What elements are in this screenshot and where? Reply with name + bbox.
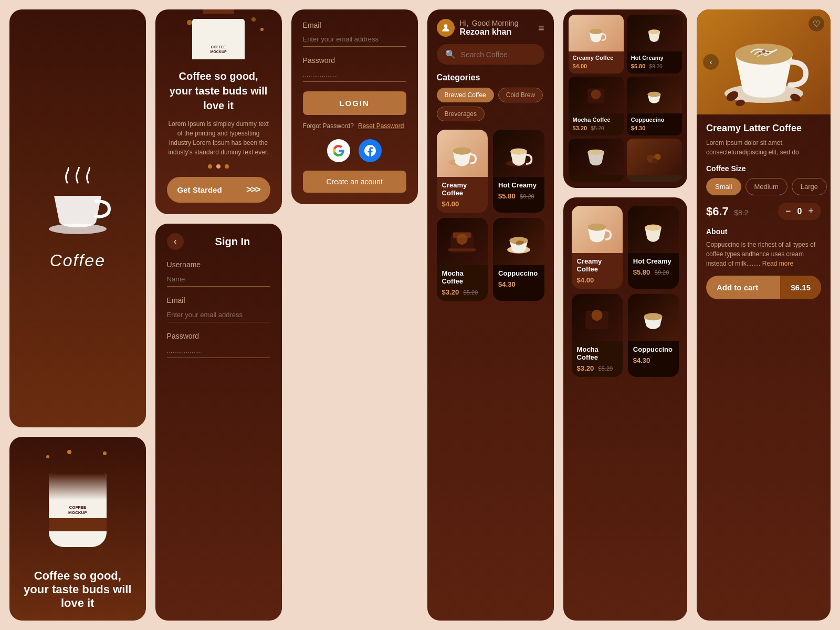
- product-name-mocha: Mocha Coffee: [442, 269, 483, 285]
- product-card-mocha[interactable]: Mocha Coffee $3.20 $5.20: [437, 218, 488, 301]
- quantity-increase-button[interactable]: +: [808, 206, 814, 217]
- mini-product-info-extra2: [627, 175, 682, 182]
- detail-old-price: $8.2: [734, 208, 748, 217]
- svg-rect-9: [448, 248, 476, 251]
- svg-point-3: [453, 148, 471, 155]
- signin-title: Sign In: [215, 236, 250, 248]
- app-name: Coffee: [50, 251, 106, 270]
- search-bar[interactable]: 🔍 Search Coffee: [437, 44, 544, 65]
- product-old-price-mocha: $5.20: [464, 289, 478, 296]
- mini-creamy-icon: [583, 20, 609, 46]
- create-account-button[interactable]: Create an acount: [303, 171, 406, 193]
- splash-screen-bottom: COFFEEMOCKUP Coffee so good, your taste …: [9, 437, 146, 621]
- email-input[interactable]: [167, 308, 270, 322]
- mini-product-info-coppuccino: Coppuccino $4.30: [627, 113, 682, 135]
- email-field-group: Email: [167, 296, 270, 322]
- top-products-grid: Creamy Coffee $4.00 Hot Creamy $5.80 $9.…: [569, 15, 682, 182]
- signin-card: ‹ Sign In Username Email Password: [155, 224, 282, 621]
- mini-product-extra1[interactable]: [569, 139, 624, 182]
- extended-hot-creamy-icon: [635, 211, 671, 248]
- extended-product-coppuccino[interactable]: Coppuccino $4.30: [628, 294, 679, 377]
- mini-product-info-extra1: [569, 175, 624, 182]
- google-icon: [333, 145, 344, 156]
- category-breverages[interactable]: Breverages: [437, 107, 485, 121]
- about-text: Coppuccino is the richest of all types o…: [706, 240, 821, 268]
- svg-point-28: [762, 50, 765, 53]
- dot-2: [216, 164, 220, 169]
- detail-favorite-button[interactable]: ♡: [808, 16, 824, 32]
- mini-product-mocha[interactable]: Mocha Coffee $3.20 $5.20: [569, 77, 624, 135]
- product-info-hot-creamy: Hot Creamy $5.80 $9.20: [493, 177, 544, 205]
- svg-point-17: [588, 150, 604, 155]
- mini-product-price-creamy: $4.00: [573, 63, 587, 69]
- extended-product-info-hot-creamy: Hot Creamy $5.80 $9.20: [628, 253, 679, 281]
- onboarding-image-area: COFFEEMOCKUP: [155, 9, 282, 59]
- product-price-creamy: $4.00: [442, 200, 459, 208]
- mini-product-coppuccino[interactable]: Coppuccino $4.30: [627, 77, 682, 135]
- extended-product-name-mocha: Mocha Coffee: [577, 345, 617, 361]
- username-input[interactable]: [167, 272, 270, 287]
- size-small-button[interactable]: Small: [706, 178, 741, 195]
- size-large-button[interactable]: Large: [792, 178, 827, 195]
- mini-product-hot-creamy[interactable]: Hot Creamy $5.80 $9.20: [627, 15, 682, 74]
- onboarding-content: Coffee so good, your taste buds will lov…: [155, 59, 282, 214]
- svg-point-25: [644, 313, 663, 320]
- menu-button[interactable]: ≡: [538, 22, 544, 34]
- extended-product-name-hot-creamy: Hot Creamy: [633, 257, 674, 265]
- svg-point-8: [457, 234, 468, 245]
- products-grid: Creamy Coffee $4.00 Hot: [437, 130, 544, 301]
- login-password-label: Password: [303, 56, 406, 65]
- product-card-hot-creamy[interactable]: Hot Creamy $5.80 $9.20: [493, 130, 544, 213]
- mini-product-name-creamy: Creamy Coffee: [573, 55, 620, 61]
- google-signin-button[interactable]: [327, 139, 350, 162]
- get-started-button[interactable]: Get Starded >>>: [167, 177, 270, 203]
- product-card-creamy-coffee[interactable]: Creamy Coffee $4.00: [437, 130, 488, 213]
- login-password-input[interactable]: [303, 67, 406, 82]
- detail-prev-button[interactable]: ‹: [703, 54, 719, 70]
- quantity-decrease-button[interactable]: −: [785, 206, 791, 217]
- column-detail: ‹ ♡: [697, 9, 831, 621]
- read-more-link[interactable]: Read more: [762, 260, 793, 267]
- column-login: Email Password LOGIN Forgot Password? Re…: [291, 9, 418, 621]
- login-button[interactable]: LOGIN: [303, 91, 406, 115]
- mini-extra1-icon: [583, 144, 609, 170]
- add-to-cart-button[interactable]: Add to cart $6.15: [706, 276, 821, 299]
- dot-1: [208, 164, 212, 169]
- signin-header: ‹ Sign In: [167, 224, 270, 260]
- extended-creamy-icon: [579, 211, 615, 248]
- size-medium-button[interactable]: Medium: [746, 178, 788, 195]
- back-button[interactable]: ‹: [167, 233, 184, 250]
- detail-product-title: Creamy Latter Coffee: [706, 123, 821, 134]
- svg-point-1: [444, 24, 447, 28]
- social-login-row: [303, 139, 406, 162]
- extended-product-mocha[interactable]: Mocha Coffee $3.20 $5.20: [572, 294, 623, 377]
- extended-image-creamy: [572, 206, 623, 253]
- category-brewed-coffee[interactable]: Brewed Coffee: [437, 88, 494, 102]
- detail-product-description: Lorem ipsum dolor sit amet, consectetura…: [706, 138, 821, 157]
- get-started-label: Get Starded: [177, 185, 222, 194]
- dot-3: [225, 164, 229, 169]
- reset-password-link[interactable]: Reset Password: [358, 122, 404, 130]
- login-email-input[interactable]: [303, 32, 406, 47]
- svg-point-21: [588, 224, 606, 231]
- category-cold-brew[interactable]: Cold Brew: [498, 88, 543, 102]
- quantity-control: − 0 +: [778, 203, 821, 220]
- greeting-text: Hi, Good Morning Rezoan khan: [460, 19, 519, 37]
- search-input[interactable]: Search Coffee: [461, 50, 508, 59]
- extended-image-coppuccino: [628, 294, 679, 341]
- facebook-signin-button[interactable]: [359, 139, 382, 162]
- svg-point-15: [591, 89, 601, 99]
- extended-products-grid: Creamy Coffee $4.00 Hot Creamy $5.80 $9.…: [572, 206, 679, 377]
- extended-product-creamy[interactable]: Creamy Coffee $4.00: [572, 206, 623, 289]
- username-label: Username: [167, 260, 270, 269]
- svg-point-20: [653, 159, 658, 164]
- product-image-creamy: [437, 130, 488, 177]
- password-input[interactable]: [167, 343, 270, 358]
- mini-product-extra2[interactable]: [627, 139, 682, 182]
- mini-product-creamy[interactable]: Creamy Coffee $4.00: [569, 15, 624, 74]
- extended-product-hot-creamy[interactable]: Hot Creamy $5.80 $9.20: [628, 206, 679, 289]
- product-card-coppuccino[interactable]: Coppuccino $4.30: [493, 218, 544, 301]
- home-header: Hi, Good Morning Rezoan khan ≡: [437, 19, 544, 37]
- product-price-row-hot-creamy: $5.80 $9.20: [498, 191, 539, 201]
- product-info-mocha: Mocha Coffee $3.20 $5.20: [437, 265, 488, 301]
